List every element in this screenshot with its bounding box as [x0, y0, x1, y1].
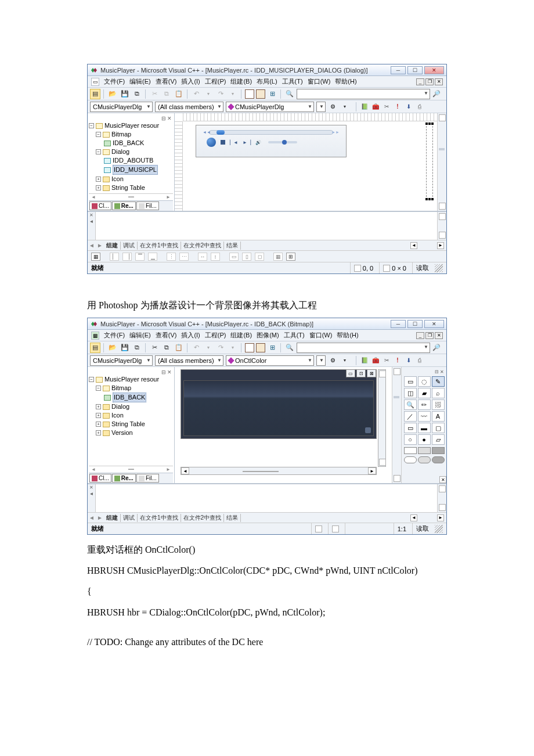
editor-vscroll[interactable]: [392, 367, 401, 483]
nav-combo[interactable]: [316, 102, 326, 112]
hscroll-right[interactable]: ►: [437, 514, 444, 521]
save-button[interactable]: 💾: [120, 343, 130, 353]
hscroll-thumb[interactable]: [243, 471, 279, 472]
function-combo[interactable]: OnCtlColor: [226, 355, 314, 366]
print-icon[interactable]: ⎙: [415, 356, 424, 365]
collapse-icon[interactable]: −: [89, 377, 94, 382]
scissors-icon[interactable]: ✂: [382, 356, 391, 365]
members-combo[interactable]: (All class members): [155, 102, 223, 112]
save-all-button[interactable]: ⧉: [132, 343, 142, 353]
paste-button[interactable]: 📋: [174, 343, 184, 353]
exclaim-icon[interactable]: !: [393, 102, 402, 111]
mdi-restore[interactable]: ❐: [425, 332, 434, 339]
mdi-minimize[interactable]: _: [416, 78, 424, 85]
brush-tool[interactable]: ✏: [418, 399, 431, 410]
select-free-tool[interactable]: ◌: [418, 376, 431, 387]
menu-window[interactable]: 窗口(W): [309, 331, 333, 340]
guides-toggle[interactable]: ⊞: [286, 253, 295, 261]
output-button[interactable]: [256, 89, 265, 99]
tree-root[interactable]: MusicPlayer resour: [104, 375, 159, 384]
resize-grip[interactable]: [435, 525, 443, 533]
resource-tree[interactable]: −MusicPlayer resour −Bitmap IDB_BACK +Di…: [89, 375, 173, 466]
collapse-icon[interactable]: −: [89, 123, 94, 128]
rect-tool[interactable]: ▭: [404, 423, 417, 433]
tab-next[interactable]: ►: [96, 514, 104, 521]
windows-button[interactable]: ⊞: [267, 89, 277, 99]
option-3[interactable]: [432, 447, 445, 454]
hscroll-right[interactable]: ►: [437, 242, 444, 249]
tab-find1[interactable]: 在文件1中查找: [138, 242, 181, 250]
minimize-button[interactable]: ─: [391, 66, 406, 74]
play-button[interactable]: [207, 138, 216, 147]
align-right[interactable]: ▕: [122, 253, 132, 261]
undo-dd[interactable]: ▼: [203, 89, 214, 99]
wizard-dd[interactable]: ▼: [340, 355, 350, 366]
nav-combo[interactable]: [316, 355, 326, 366]
option-5[interactable]: [418, 456, 431, 463]
menu-edit[interactable]: 编辑(E): [129, 77, 151, 86]
expand-icon[interactable]: +: [96, 177, 101, 182]
rewind-icon[interactable]: ◄◄: [203, 130, 211, 134]
save-all-button[interactable]: ⧉: [132, 89, 142, 99]
dialog-canvas[interactable]: ◄◄ ►► ▏◄ ►▕ 🔊: [196, 125, 347, 157]
progress-slider[interactable]: ◄◄ ►►: [209, 130, 333, 135]
redo-button[interactable]: ↷: [215, 89, 226, 99]
undo-button[interactable]: ↶: [191, 343, 201, 353]
tab-prev[interactable]: ◄: [88, 514, 96, 521]
tree-bitmap[interactable]: Bitmap: [111, 130, 131, 139]
align-left[interactable]: ▏: [110, 253, 119, 261]
menu-insert[interactable]: 插入(I): [181, 331, 200, 340]
mdi-minimize[interactable]: _: [416, 332, 424, 339]
ellipse-tool[interactable]: ○: [404, 434, 417, 445]
bitmap-canvas[interactable]: ▭ ⊡ ⊠: [181, 369, 377, 439]
roundrect-tool[interactable]: ▢: [432, 423, 445, 433]
scissors-icon[interactable]: ✂: [382, 102, 391, 111]
wizard-action-icon[interactable]: ⚙: [328, 356, 337, 365]
volume-icon[interactable]: 🔊: [255, 140, 261, 145]
tab-find2[interactable]: 在文件2中查找: [181, 514, 225, 522]
same-width[interactable]: ▭: [229, 253, 239, 261]
tree-string-table[interactable]: String Table: [111, 183, 145, 192]
tab-debug[interactable]: 调试: [121, 242, 138, 250]
class-combo[interactable]: CMusicPlayerDlg: [90, 102, 153, 112]
mdi-restore[interactable]: ❐: [425, 78, 434, 85]
tab-results[interactable]: 结果: [224, 242, 241, 250]
next-button[interactable]: ►▕: [243, 140, 251, 145]
tree-idd-music[interactable]: IDD_MUSICPL: [113, 165, 158, 175]
output-vscroll[interactable]: [437, 212, 446, 240]
tab-next[interactable]: ►: [96, 242, 104, 249]
resize-grip[interactable]: [435, 264, 443, 272]
pin-icon[interactable]: ⊟: [161, 369, 166, 375]
bitmap-hscroll[interactable]: ◄ ►: [181, 467, 377, 475]
toolbox-icon[interactable]: 🧰: [371, 356, 380, 365]
text-tool[interactable]: A: [432, 411, 445, 422]
find-button[interactable]: 🔎: [432, 343, 441, 352]
test-dialog-button[interactable]: ▦: [91, 253, 100, 261]
grid-toggle[interactable]: ▦: [273, 253, 283, 261]
tree-dialog[interactable]: Dialog: [111, 402, 129, 411]
tab-build[interactable]: 组建: [104, 242, 121, 250]
menu-tools[interactable]: 工具(T): [282, 77, 303, 86]
tab-find1[interactable]: 在文件1中查找: [138, 514, 181, 522]
menu-build[interactable]: 组建(B): [230, 331, 252, 340]
slider-thumb[interactable]: [217, 130, 225, 135]
mdi-close[interactable]: ✕: [435, 78, 443, 85]
save-button[interactable]: 💾: [120, 89, 130, 99]
close-button[interactable]: ✕: [424, 66, 444, 74]
download-icon[interactable]: ⬇: [404, 356, 413, 365]
tab-resourceview[interactable]: Re...: [112, 474, 136, 483]
open-button[interactable]: 📂: [107, 89, 118, 99]
print-icon[interactable]: ⎙: [415, 102, 424, 111]
expand-icon[interactable]: +: [96, 404, 101, 409]
tab-fileview[interactable]: Fil...: [136, 201, 159, 210]
tab-classview[interactable]: Cl...: [89, 201, 111, 210]
pin-icon[interactable]: ⊟: [435, 369, 439, 375]
book-icon[interactable]: 📗: [360, 356, 369, 365]
cut-button[interactable]: ✂: [149, 89, 160, 99]
menu-layout[interactable]: 布局(L): [257, 77, 277, 86]
same-height[interactable]: ▯: [242, 253, 251, 261]
tab-find2[interactable]: 在文件2中查找: [181, 242, 225, 250]
menu-view[interactable]: 查看(V): [156, 77, 177, 86]
members-combo[interactable]: (All class members): [155, 355, 223, 366]
same-size[interactable]: ◻: [255, 253, 264, 261]
